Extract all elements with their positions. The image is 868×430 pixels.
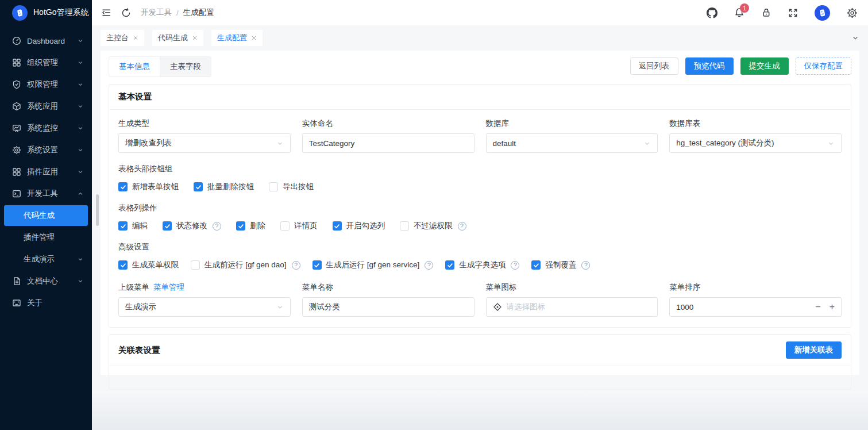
save-config-only-button[interactable]: 仅保存配置	[796, 57, 852, 75]
refresh-icon[interactable]	[121, 8, 131, 18]
monitor-icon	[12, 124, 21, 133]
sidebar-item-devtools[interactable]: 开发工具	[0, 183, 92, 205]
main-content: 基本信息 主表字段 返回列表 预览代码 提交生成 仅保存配置 基本设置 生成类型…	[92, 51, 868, 430]
help-icon[interactable]	[425, 261, 433, 270]
tab-main-fields[interactable]: 主表字段	[160, 56, 211, 77]
back-to-list-button[interactable]: 返回列表	[630, 57, 678, 75]
field-menu-name: 菜单名称 测试分类	[302, 282, 474, 317]
sidebar-item-org[interactable]: 组织管理	[0, 52, 92, 74]
sidebar-item-about[interactable]: 关于	[0, 292, 92, 314]
checkbox-force-overwrite[interactable]: 强制覆盖	[531, 260, 590, 270]
cube-icon	[12, 102, 21, 111]
chevron-down-icon	[77, 81, 84, 88]
logo-icon	[12, 5, 28, 21]
checkbox-checked-icon	[118, 182, 128, 191]
sidebar-item-dashboard[interactable]: Dashboard	[0, 30, 92, 52]
menu-sort-stepper[interactable]: 1000 − +	[669, 297, 842, 317]
breadcrumb-current: 生成配置	[183, 7, 214, 18]
chevron-down-icon	[77, 103, 84, 110]
checkbox-gen-menu-auth[interactable]: 生成菜单权限	[118, 260, 179, 270]
menu-manage-link[interactable]: 菜单管理	[153, 282, 184, 293]
close-icon[interactable]	[192, 35, 198, 41]
chevron-down-icon	[77, 147, 84, 153]
lock-icon[interactable]	[761, 7, 771, 18]
chevron-down-icon	[827, 140, 835, 147]
checkbox-detail-page[interactable]: 详情页	[280, 221, 318, 231]
help-icon[interactable]	[213, 222, 221, 231]
field-gen-type: 生成类型 增删改查列表	[118, 118, 291, 153]
gear-icon[interactable]	[847, 7, 858, 18]
topbar: 开发工具 / 生成配置 1	[92, 0, 868, 25]
shield-icon	[12, 80, 21, 89]
config-panel: 基本信息 主表字段 返回列表 预览代码 提交生成 仅保存配置 基本设置 生成类型…	[101, 51, 859, 375]
scrollbar-thumb[interactable]	[96, 194, 99, 226]
add-relation-table-button[interactable]: 新增关联表	[786, 341, 842, 359]
chevron-down-icon	[77, 256, 84, 263]
sidebar-subitem-plugin-manage[interactable]: 插件管理	[0, 226, 92, 248]
checkbox-delete[interactable]: 删除	[236, 221, 265, 231]
sidebar-item-system-app[interactable]: 系统应用	[0, 95, 92, 117]
checkbox-run-after[interactable]: 生成后运行 [gf gen service]	[313, 260, 434, 270]
close-icon[interactable]	[251, 35, 257, 41]
advanced-group: 生成菜单权限 生成前运行 [gf gen dao] 生成后运行 [gf gen …	[118, 260, 842, 270]
tab-console[interactable]: 主控台	[101, 30, 144, 46]
breadcrumb-parent[interactable]: 开发工具	[141, 7, 172, 18]
breadcrumb-separator: /	[176, 9, 179, 17]
github-icon[interactable]	[707, 7, 717, 18]
sidebar-subitem-gen-demo[interactable]: 生成演示	[0, 248, 92, 270]
field-entity-name: 实体命名 TestCategory	[302, 118, 474, 153]
app-logo[interactable]: HotGo管理系统	[0, 0, 92, 25]
bell-icon[interactable]: 1	[734, 7, 744, 18]
checkbox-run-before[interactable]: 生成前运行 [gf gen dao]	[191, 260, 300, 270]
entity-name-input[interactable]: TestCategory	[302, 133, 474, 153]
checkbox-unchecked-icon	[400, 221, 409, 231]
menu-name-input[interactable]: 测试分类	[302, 297, 474, 317]
help-icon[interactable]	[511, 261, 519, 270]
checkbox-unchecked-icon	[191, 260, 200, 270]
plus-button[interactable]: +	[830, 302, 835, 312]
menu-icon-input[interactable]: 请选择图标	[486, 297, 658, 317]
checkbox-checked-icon	[333, 221, 342, 231]
sidebar-item-plugins[interactable]: 插件应用	[0, 161, 92, 183]
sidebar-subitem-codegen[interactable]: 代码生成	[4, 205, 88, 226]
tab-codegen[interactable]: 代码生成	[152, 30, 203, 46]
checkbox-checked-icon	[118, 260, 128, 270]
table-select[interactable]: hg_test_category (测试分类)	[669, 133, 842, 153]
field-menu-sort: 菜单排序 1000 − +	[669, 282, 842, 317]
sidebar-item-docs[interactable]: 文档中心	[0, 270, 92, 292]
submit-generate-button[interactable]: 提交生成	[740, 57, 789, 75]
help-icon[interactable]	[581, 261, 590, 270]
dashboard-icon	[12, 36, 21, 45]
menu-collapse-icon[interactable]	[101, 7, 111, 18]
grid-icon	[12, 58, 21, 67]
checkbox-add-form[interactable]: 新增表单按钮	[118, 182, 179, 192]
fullscreen-icon[interactable]	[788, 8, 798, 18]
minus-button[interactable]: −	[815, 302, 820, 312]
icon-picker-icon[interactable]	[493, 302, 502, 312]
checkbox-export[interactable]: 导出按钮	[269, 182, 314, 192]
close-icon[interactable]	[133, 35, 138, 41]
gen-type-select[interactable]: 增删改查列表	[118, 133, 291, 153]
checkbox-batch-delete[interactable]: 批量删除按钮	[194, 182, 254, 192]
database-select[interactable]: default	[486, 133, 658, 153]
sidebar-item-monitor[interactable]: 系统监控	[0, 117, 92, 139]
help-icon[interactable]	[292, 261, 300, 270]
help-icon[interactable]	[458, 222, 466, 231]
tab-gen-config[interactable]: 生成配置	[211, 30, 263, 46]
sidebar-item-permission[interactable]: 权限管理	[0, 74, 92, 95]
relation-table-card: 关联表设置 新增关联表	[109, 334, 851, 390]
chevron-down-icon	[77, 37, 84, 44]
checkbox-checked-icon	[194, 182, 203, 191]
checkbox-no-filter-auth[interactable]: 不过滤权限	[400, 221, 466, 231]
checkbox-status-edit[interactable]: 状态修改	[163, 221, 221, 231]
checkbox-edit[interactable]: 编辑	[118, 221, 148, 231]
tabs-dropdown-icon[interactable]	[851, 34, 859, 42]
parent-menu-select[interactable]: 生成演示	[118, 297, 291, 317]
preview-code-button[interactable]: 预览代码	[685, 57, 734, 75]
sidebar-item-settings[interactable]: 系统设置	[0, 139, 92, 161]
checkbox-checked-icon	[236, 221, 245, 231]
checkbox-dict-options[interactable]: 生成字典选项	[445, 260, 519, 270]
tab-basic-info[interactable]: 基本信息	[109, 56, 160, 77]
checkbox-check-column[interactable]: 开启勾选列	[333, 221, 385, 231]
avatar[interactable]	[815, 5, 830, 21]
